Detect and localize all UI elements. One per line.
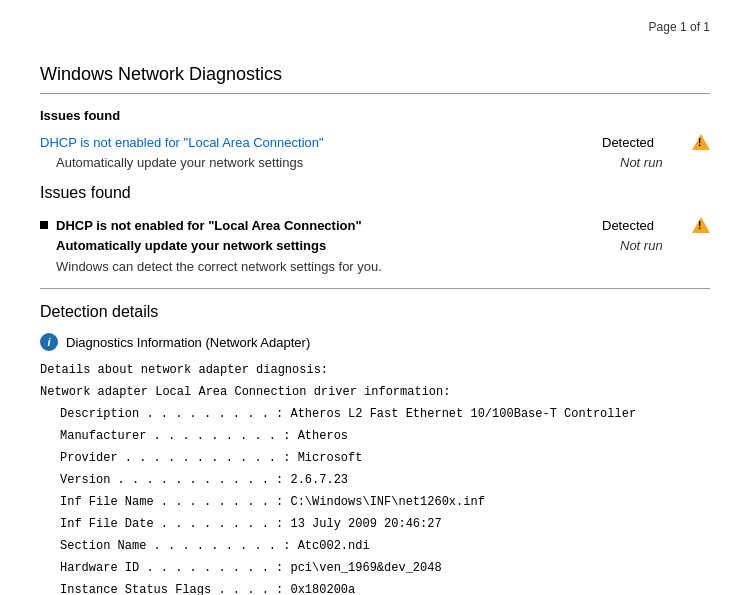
fix-label: Automatically update your network settin…	[56, 238, 620, 253]
warning-triangle-2	[692, 217, 710, 233]
field-row: Inf File Name . . . . . . . . : C:\Windo…	[60, 493, 710, 511]
field-row: Instance Status Flags . . . . : 0x180200…	[60, 581, 710, 595]
title-separator	[40, 93, 710, 94]
summary-issue-row: DHCP is not enabled for "Local Area Conn…	[40, 133, 710, 151]
field-row: Manufacturer . . . . . . . . . : Atheros	[60, 427, 710, 445]
summary-sub-row: Automatically update your network settin…	[56, 155, 710, 170]
field-row: Hardware ID . . . . . . . . . : pci\ven_…	[60, 559, 710, 577]
summary-sub-label: Automatically update your network settin…	[56, 155, 620, 170]
page-number: Page 1 of 1	[40, 20, 710, 34]
field-row: Inf File Date . . . . . . . . : 13 July …	[60, 515, 710, 533]
details-line1: Details about network adapter diagnosis:	[40, 361, 710, 379]
fix-status: Not run	[620, 238, 710, 253]
fix-row: Automatically update your network settin…	[56, 238, 710, 253]
summary-issue-status: Detected	[602, 135, 692, 150]
field-row: Provider . . . . . . . . . . . : Microso…	[60, 449, 710, 467]
bullet-square	[40, 221, 48, 229]
warning-triangle-1	[692, 134, 710, 150]
field-row: Section Name . . . . . . . . . : Atc002.…	[60, 537, 710, 555]
summary-sub-status: Not run	[620, 155, 710, 170]
warning-icon-1	[692, 133, 710, 151]
issue-box: DHCP is not enabled for "Local Area Conn…	[40, 216, 710, 274]
detection-separator	[40, 288, 710, 289]
detection-title: Detection details	[40, 303, 710, 321]
summary-header: Issues found	[40, 108, 710, 123]
info-label: Diagnostics Information (Network Adapter…	[66, 335, 310, 350]
field-row: Description . . . . . . . . . : Atheros …	[60, 405, 710, 423]
fix-description: Windows can detect the correct network s…	[56, 259, 710, 274]
issues-found-header: Issues found	[40, 184, 710, 202]
issue-box-header: DHCP is not enabled for "Local Area Conn…	[40, 216, 710, 234]
info-icon: i	[40, 333, 58, 351]
fields-block: Description . . . . . . . . . : Atheros …	[60, 405, 710, 595]
info-row: i Diagnostics Information (Network Adapt…	[40, 333, 710, 351]
mono-block: Details about network adapter diagnosis:…	[40, 361, 710, 401]
field-row: Version . . . . . . . . . . . : 2.6.7.23	[60, 471, 710, 489]
warning-icon-2	[692, 216, 710, 234]
details-line2: Network adapter Local Area Connection dr…	[40, 383, 710, 401]
issue-status: Detected	[602, 218, 692, 233]
issue-title: DHCP is not enabled for "Local Area Conn…	[56, 218, 602, 233]
issue-link[interactable]: DHCP is not enabled for "Local Area Conn…	[40, 135, 602, 150]
main-title: Windows Network Diagnostics	[40, 64, 710, 85]
